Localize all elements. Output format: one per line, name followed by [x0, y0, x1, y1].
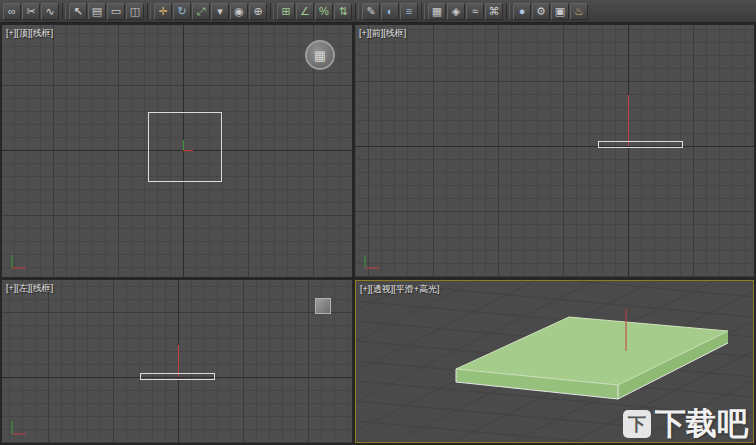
- select-object-button[interactable]: ↖: [69, 3, 87, 20]
- layer-manager-button[interactable]: ▦: [428, 3, 446, 20]
- select-and-link-button[interactable]: ∞: [3, 3, 21, 20]
- align-button[interactable]: ≡: [400, 3, 418, 20]
- render-production-button[interactable]: ♨: [570, 3, 588, 20]
- edit-named-selection-sets-button[interactable]: ✎: [362, 3, 380, 20]
- main-toolbar: ∞✂∿↖▤▭◫✛↻⤢▾◉⊕⊞∠%⇅✎◐≡▦◈≈⌘●⚙▣♨: [0, 0, 756, 23]
- rendered-frame-window-button[interactable]: ▣: [551, 3, 569, 20]
- viewport-front[interactable]: [+][前][线框]: [355, 25, 754, 277]
- toolbar-separator: [270, 3, 274, 19]
- select-and-manipulate-button[interactable]: ⊕: [249, 3, 267, 20]
- box-object-wireframe[interactable]: [140, 373, 215, 380]
- world-axis-vertical: [628, 25, 629, 277]
- box-object[interactable]: [456, 317, 728, 399]
- watermark-logo: 下: [623, 410, 651, 438]
- curve-editor-button[interactable]: ≈: [466, 3, 484, 20]
- world-axis-horizontal: [355, 146, 754, 147]
- viewport-left[interactable]: [+][左][线框]: [2, 280, 352, 443]
- angle-snap-button[interactable]: ∠: [296, 3, 314, 20]
- pivot-y-axis: [183, 140, 184, 150]
- world-axis-tripod: [361, 252, 383, 272]
- graphite-modeling-tools-button[interactable]: ◈: [447, 3, 465, 20]
- render-setup-button[interactable]: ⚙: [532, 3, 550, 20]
- world-axis-tripod: [8, 418, 30, 438]
- window-crossing-button[interactable]: ◫: [126, 3, 144, 20]
- mirror-button[interactable]: ◐: [381, 3, 399, 20]
- object-z-axis: [628, 95, 629, 146]
- navigation-gizmo[interactable]: ▦: [305, 40, 335, 70]
- viewport-left-label[interactable]: [+][左][线框]: [6, 282, 53, 295]
- toolbar-separator: [421, 3, 425, 19]
- select-by-name-button[interactable]: ▤: [88, 3, 106, 20]
- viewcube-gizmo[interactable]: [315, 298, 331, 314]
- use-pivot-point-center-button[interactable]: ◉: [230, 3, 248, 20]
- reference-coordinate-system-button[interactable]: ▾: [211, 3, 229, 20]
- watermark: 下 下载吧: [623, 408, 748, 439]
- watermark-text: 下载吧: [655, 408, 748, 439]
- pivot-x-axis: [183, 150, 193, 151]
- viewport-top-label[interactable]: [+][顶][线框]: [6, 27, 53, 40]
- box-object-wireframe[interactable]: [598, 141, 683, 148]
- toolbar-separator: [355, 3, 359, 19]
- spinner-snap-button[interactable]: ⇅: [334, 3, 352, 20]
- viewport-front-label[interactable]: [+][前][线框]: [359, 27, 406, 40]
- 3dsmax-window: ∞✂∿↖▤▭◫✛↻⤢▾◉⊕⊞∠%⇅✎◐≡▦◈≈⌘●⚙▣♨ [+][顶][线框] …: [0, 0, 756, 445]
- schematic-view-button[interactable]: ⌘: [485, 3, 503, 20]
- snap-toggle-3d-button[interactable]: ⊞: [277, 3, 295, 20]
- toolbar-separator: [62, 3, 66, 19]
- bind-to-space-warp-button[interactable]: ∿: [41, 3, 59, 20]
- material-editor-button[interactable]: ●: [513, 3, 531, 20]
- toolbar-separator: [147, 3, 151, 19]
- grid-icon: ▦: [314, 48, 326, 63]
- viewport-perspective-label[interactable]: [+][透视][平滑+高光]: [360, 283, 440, 296]
- select-and-scale-button[interactable]: ⤢: [192, 3, 210, 20]
- select-and-rotate-button[interactable]: ↻: [173, 3, 191, 20]
- select-and-move-button[interactable]: ✛: [154, 3, 172, 20]
- world-axis-tripod: [8, 252, 30, 272]
- toolbar-separator: [506, 3, 510, 19]
- percent-snap-button[interactable]: %: [315, 3, 333, 20]
- unlink-selection-button[interactable]: ✂: [22, 3, 40, 20]
- rectangular-selection-region-button[interactable]: ▭: [107, 3, 125, 20]
- box-object-wireframe[interactable]: [148, 112, 222, 182]
- viewport-top[interactable]: [+][顶][线框] ▦: [2, 25, 352, 277]
